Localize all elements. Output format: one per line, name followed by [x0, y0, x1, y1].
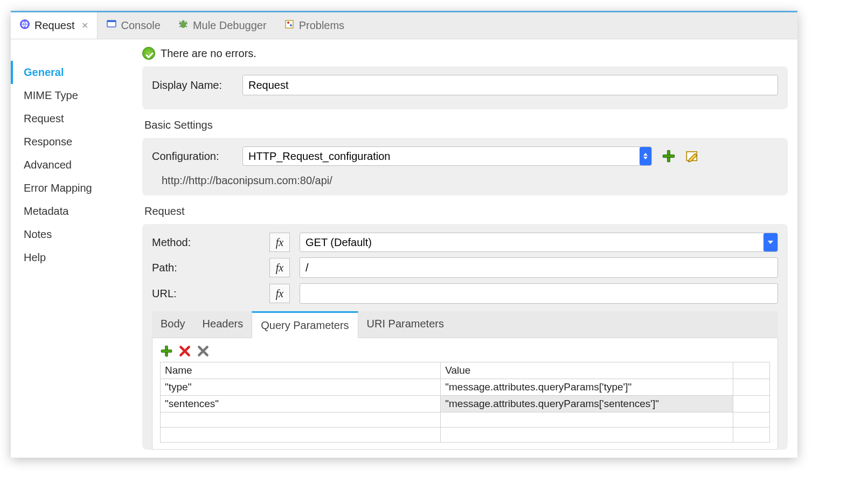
configuration-label: Configuration: — [152, 150, 233, 163]
sidebar-item-mime-type[interactable]: MIME Type — [11, 84, 133, 107]
subtab-body[interactable]: Body — [152, 311, 194, 338]
problems-icon — [284, 19, 295, 32]
remove-query-param-button[interactable] — [178, 345, 191, 358]
console-icon — [106, 19, 117, 32]
qp-name-cell[interactable]: "sentences" — [161, 396, 441, 412]
display-name-label: Display Name: — [152, 79, 233, 92]
status-row: There are no errors. — [142, 47, 788, 60]
svg-point-7 — [287, 22, 289, 24]
svg-point-5 — [182, 20, 184, 23]
display-name-input[interactable] — [242, 75, 778, 95]
qp-value-cell[interactable] — [441, 412, 733, 428]
sidebar-item-metadata[interactable]: Metadata — [11, 200, 133, 223]
sidebar-item-advanced[interactable]: Advanced — [11, 153, 133, 177]
sidebar-item-response[interactable]: Response — [11, 130, 133, 153]
status-text: There are no errors. — [161, 47, 256, 60]
tab-problems-label: Problems — [299, 19, 344, 32]
svg-point-8 — [290, 24, 292, 26]
svg-rect-3 — [107, 20, 116, 22]
table-row[interactable]: "sentences" "message.attributes.queryPar… — [161, 396, 770, 412]
sidebar-item-label: Advanced — [24, 159, 72, 171]
qp-name-cell[interactable] — [161, 428, 441, 443]
tab-mule-debugger[interactable]: Mule Debugger — [169, 12, 275, 39]
url-label: URL: — [152, 288, 260, 300]
table-row[interactable] — [161, 412, 770, 428]
fx-button-path[interactable]: fx — [269, 258, 290, 277]
query-param-toolbar — [160, 345, 770, 358]
sidebar-item-label: General — [24, 66, 64, 78]
qp-name-cell[interactable] — [161, 412, 441, 428]
subtab-uri-parameters[interactable]: URI Parameters — [358, 311, 453, 338]
display-name-panel: Display Name: — [142, 66, 788, 109]
sidebar-item-label: Request — [24, 113, 64, 124]
tab-request[interactable]: Request ✕ — [11, 12, 98, 39]
qp-empty-cell — [733, 428, 770, 443]
check-icon — [142, 47, 155, 60]
tab-console[interactable]: Console — [98, 12, 169, 39]
qp-value-cell[interactable]: "message.attributes.queryParams['sentenc… — [441, 396, 733, 412]
qp-col-name[interactable]: Name — [161, 362, 441, 379]
tab-debugger-label: Mule Debugger — [193, 19, 267, 32]
bug-icon — [178, 19, 189, 32]
basic-settings-panel: Configuration: http://http://baconipsum.… — [142, 138, 788, 195]
sidebar-item-help[interactable]: Help — [11, 246, 133, 269]
sidebar-item-label: Error Mapping — [24, 182, 92, 194]
sidebar-item-label: Response — [24, 136, 72, 148]
qp-name-cell[interactable]: "type" — [161, 379, 441, 396]
svg-rect-13 — [161, 350, 172, 352]
sidebar-item-error-mapping[interactable]: Error Mapping — [11, 177, 133, 200]
tab-console-label: Console — [121, 19, 161, 32]
subtab-query-parameters[interactable]: Query Parameters — [252, 311, 358, 338]
request-section-title: Request — [144, 205, 788, 218]
chevron-down-icon[interactable] — [763, 233, 777, 251]
subtab-headers[interactable]: Headers — [194, 311, 252, 338]
configuration-select[interactable] — [242, 146, 652, 166]
tab-problems[interactable]: Problems — [275, 12, 353, 39]
qp-col-spacer — [733, 362, 770, 379]
edit-configuration-button[interactable] — [685, 149, 699, 163]
property-sidebar: General MIME Type Request Response Advan… — [11, 39, 133, 458]
qp-empty-cell — [733, 379, 770, 396]
fx-button-method[interactable]: fx — [269, 233, 290, 252]
qp-empty-cell — [733, 412, 770, 428]
path-input[interactable] — [300, 257, 778, 278]
chevron-updown-icon[interactable] — [640, 147, 651, 165]
qp-value-cell[interactable]: "message.attributes.queryParams['type']" — [441, 379, 733, 396]
configuration-url: http://http://baconipsum.com:80/api/ — [152, 171, 778, 187]
basic-settings-title: Basic Settings — [144, 119, 788, 131]
table-row[interactable] — [161, 428, 770, 443]
sidebar-item-general[interactable]: General — [11, 61, 133, 84]
sidebar-item-label: Metadata — [24, 205, 68, 217]
general-panel: There are no errors. Display Name: Basic… — [133, 39, 797, 458]
sidebar-item-label: MIME Type — [24, 89, 78, 101]
qp-col-value[interactable]: Value — [441, 362, 733, 379]
sidebar-item-request[interactable]: Request — [11, 107, 133, 130]
query-parameters-table: Name Value "type" "message.attributes.qu… — [160, 362, 770, 443]
path-label: Path: — [152, 262, 260, 274]
properties-window: Request ✕ Console Mule Debugger Problems… — [11, 11, 797, 458]
method-label: Method: — [152, 236, 260, 249]
request-tab-icon — [19, 19, 30, 32]
view-tabbar: Request ✕ Console Mule Debugger Problems — [11, 12, 797, 39]
method-select[interactable] — [300, 233, 778, 252]
query-parameters-body: Name Value "type" "message.attributes.qu… — [152, 338, 778, 450]
sidebar-item-label: Notes — [24, 228, 52, 240]
sidebar-item-label: Help — [24, 251, 46, 263]
tab-request-label: Request — [34, 19, 75, 32]
add-query-param-button[interactable] — [160, 345, 173, 358]
fx-button-url[interactable]: fx — [269, 284, 290, 303]
svg-rect-10 — [663, 155, 674, 158]
qp-empty-cell — [733, 396, 770, 412]
table-row[interactable]: "type" "message.attributes.queryParams['… — [161, 379, 770, 396]
add-configuration-button[interactable] — [662, 149, 676, 163]
clear-query-params-button[interactable] — [197, 345, 210, 358]
request-subtabs: Body Headers Query Parameters URI Parame… — [152, 311, 778, 338]
sidebar-item-notes[interactable]: Notes — [11, 223, 133, 246]
url-input[interactable] — [300, 283, 778, 304]
request-panel: Method: fx Path: fx URL: fx — [142, 224, 788, 450]
qp-value-cell[interactable] — [441, 428, 733, 443]
close-icon[interactable]: ✕ — [81, 20, 88, 31]
svg-rect-6 — [286, 20, 293, 28]
